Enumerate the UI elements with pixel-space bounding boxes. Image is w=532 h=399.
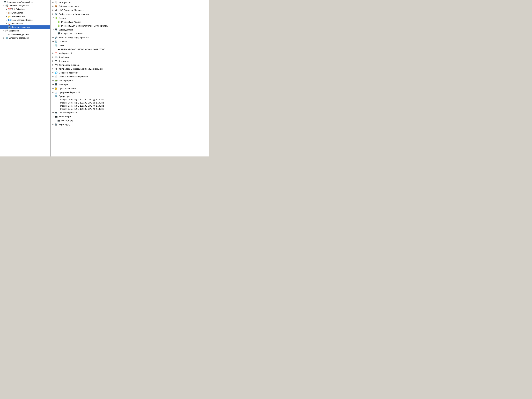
device-cpu2[interactable]: Intel(R) Core(TM) i3-10110U CPU @ 2.10GH… [51, 101, 209, 104]
device-print-queues[interactable]: ▶ 🖨️ Черги друку [51, 122, 209, 126]
sidebar-item-shared-folders[interactable]: ▶ 📁 Shared Folders [0, 15, 50, 18]
device-audio-video[interactable]: ▶ 🔊 Аудіо-, відео- та ігрові пристрої [51, 12, 209, 16]
device-webcam[interactable]: 📷 Черги друку [51, 118, 209, 122]
device-mice[interactable]: ▶ 🖱️ Миша й інші вказівні пристрої [51, 75, 209, 79]
sidebar-item-local-users[interactable]: ▶ 👥 Local Users and Groups [0, 18, 50, 22]
device-software-components[interactable]: ▶ 📦 Software components [51, 4, 209, 8]
left-panel[interactable]: ▼ 🖥️ Керування комп'ютером (лок ▼ 🛠️ Сис… [0, 0, 51, 157]
device-usb-connector[interactable]: ▶ 🔌 USB Connector Managers [51, 8, 209, 12]
device-system-devices[interactable]: ▶ 💻 Системні пристрої [51, 110, 209, 114]
device-hid[interactable]: ▶ 🖱️ HID-пристрої [51, 0, 209, 4]
sidebar-item-device-manager[interactable]: 💻 Диспетчер пристроїв [0, 25, 50, 29]
device-video-adapters[interactable]: ▼ 🖥️ Відеоадаптери [51, 28, 209, 32]
device-cameras[interactable]: ▼ 📷 Фотокамери [51, 114, 209, 118]
tree-root[interactable]: ▼ 🖥️ Керування комп'ютером (лок [0, 0, 50, 4]
device-storage-controllers[interactable]: ▶ 💾 Контролери сховища [51, 63, 209, 67]
device-cpu1[interactable]: Intel(R) Core(TM) i3-10110U CPU @ 2.10GH… [51, 98, 209, 101]
root-label: Керування комп'ютером (лок [7, 1, 33, 3]
sidebar-item-event-viewer[interactable]: ▶ 📋 Event Viewer [0, 11, 50, 15]
device-nvme[interactable]: ▬ NVMe KBG40ZNS256G NVMe KIOXIA 256GB [51, 47, 209, 51]
device-computer[interactable]: ▶ 🖥️ Комп'ютер [51, 59, 209, 63]
computer-icon: 🖥️ [3, 1, 6, 4]
device-monitors[interactable]: ▶ 🖥️ Монітори [51, 82, 209, 86]
sidebar-item-services[interactable]: ▶ ⚙️ Служби та застосунки [0, 36, 50, 40]
webcam-label: Черги друку [61, 119, 73, 122]
device-disks[interactable]: ▼ 💿 Диски [51, 43, 209, 47]
device-sensors[interactable]: ▶ 📡 Датчики [51, 39, 209, 43]
performance-label: Performance [11, 23, 23, 25]
device-keyboards[interactable]: ▶ ⌨️ Клавіатури [51, 55, 209, 59]
device-audio-io[interactable]: ▶ 🔊 Вхідні та вихідні аудіопристрої [51, 36, 209, 39]
device-software-device[interactable]: ▶ 📄 Програмний пристрій [51, 90, 209, 94]
device-usb-controllers[interactable]: ▶ 🔌 Контролери універсальної послідовної… [51, 67, 209, 71]
sidebar-item-task-scheduler[interactable]: ▶ 📅 Task Scheduler [0, 7, 50, 11]
device-batteries[interactable]: ▼ 🔋 Батареї [51, 16, 209, 20]
device-firmware[interactable]: ▶ 📟 Мікропрограма: [51, 79, 209, 82]
device-network-adapters[interactable]: ▶ 🌐 Мережеві адаптери [51, 71, 209, 75]
system-tools-label: Системні інструменти [9, 5, 29, 7]
device-other-devices[interactable]: ▶ ❓ Інші пристрої [51, 51, 209, 55]
device-ms-ac-adapter[interactable]: 🔋 Microsoft AC Adapter [51, 20, 209, 24]
device-processors[interactable]: ▼ ⚙️ Процесори [51, 94, 209, 98]
root-expand-icon: ▼ [1, 1, 3, 3]
device-cpu3[interactable]: Intel(R) Core(TM) i3-10110U CPU @ 2.10GH… [51, 104, 209, 108]
sidebar-item-system-tools[interactable]: ▼ 🛠️ Системні інструменти [0, 4, 50, 7]
right-panel[interactable]: ▶ 🖱️ HID-пристрої ▶ 📦 Software component… [51, 0, 209, 157]
sidebar-item-performance[interactable]: ▶ 📊 Performance [0, 22, 50, 25]
sidebar-item-storage[interactable]: ▼ 💾 Зберігання [0, 29, 50, 33]
device-intel-uhd[interactable]: 🖥️ Intel(R) UHD Graphics [51, 32, 209, 36]
device-security[interactable]: ▶ 🔐 Пристрої безпеки [51, 86, 209, 90]
device-cpu4[interactable]: Intel(R) Core(TM) i3-10110U CPU @ 2.10GH… [51, 108, 209, 110]
device-ms-acpi-battery[interactable]: 🔋 Microsoft ACPI-Compliant Control Metho… [51, 24, 209, 28]
sidebar-item-disk-management[interactable]: 🖴 Керування дисками [0, 33, 50, 36]
